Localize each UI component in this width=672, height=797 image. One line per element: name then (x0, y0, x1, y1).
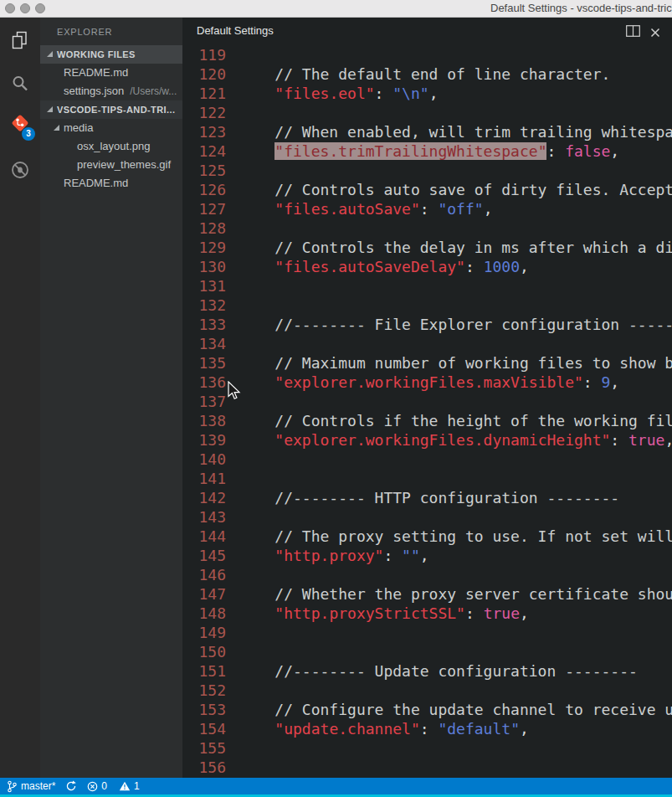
code-line[interactable]: 127 "files.autoSave": "off", (182, 199, 672, 219)
debug-activity-button[interactable] (0, 152, 40, 188)
code-text (226, 642, 239, 661)
files-icon (9, 29, 31, 51)
code-line[interactable]: 154 "update.channel": "default", (182, 719, 672, 738)
folder-section-header[interactable]: VSCODE-TIPS-AND-TRI... (40, 100, 182, 119)
code-line[interactable]: 136 "explorer.workingFiles.maxVisible": … (182, 373, 672, 392)
line-number: 120 (182, 64, 226, 84)
code-line[interactable]: 155 (182, 738, 672, 758)
code-line[interactable]: 156 (182, 758, 672, 777)
line-number: 135 (182, 353, 226, 373)
code-token: //-------- HTTP configuration -------- (239, 489, 619, 506)
close-icon (650, 28, 660, 38)
code-line[interactable]: 133 //-------- File Explorer configurati… (182, 315, 672, 334)
code-line[interactable]: 126 // Controls auto save of dirty files… (182, 180, 672, 199)
line-number: 151 (182, 661, 226, 681)
code-line[interactable]: 143 (182, 507, 672, 527)
code-line[interactable]: 122 (182, 103, 672, 122)
code-line[interactable]: 149 (182, 623, 672, 642)
chevron-expanded-icon[interactable] (54, 125, 59, 131)
code-line[interactable]: 137 (182, 392, 672, 411)
code-editor[interactable]: 119120 // The default end of line charac… (182, 45, 672, 778)
code-token: "files.autoSaveDelay" (274, 258, 465, 275)
code-line[interactable]: 130 "files.autoSaveDelay": 1000, (182, 257, 672, 276)
code-text: //-------- Update configuration -------- (226, 661, 638, 681)
code-line[interactable]: 152 (182, 681, 672, 700)
code-line[interactable]: 128 (182, 219, 672, 238)
code-token: "files.eol" (274, 85, 374, 102)
code-line[interactable]: 120 // The default end of line character… (182, 64, 672, 84)
line-number: 140 (182, 450, 226, 469)
vscode-window: { "colors": { "accent": "#007acc", "key-… (0, 0, 672, 797)
working-files-section-header[interactable]: WORKING FILES (40, 45, 182, 64)
file-path: /Users/w... (130, 82, 177, 100)
file-name: preview_themes.gif (77, 156, 171, 174)
line-number: 142 (182, 488, 226, 507)
code-line[interactable]: 125 (182, 161, 672, 180)
code-line[interactable]: 129 // Controls the delay in ms after wh… (182, 238, 672, 257)
git-branch-status[interactable]: master* (7, 780, 55, 793)
file-item[interactable]: README.md (40, 174, 182, 193)
chevron-expanded-icon[interactable] (47, 106, 53, 112)
sync-button[interactable] (65, 780, 77, 792)
code-line[interactable]: 147 // Whether the proxy server certific… (182, 584, 672, 604)
code-text: //-------- HTTP configuration -------- (226, 488, 619, 507)
file-item[interactable]: osx_layout.png (40, 137, 182, 156)
explorer-activity-button[interactable] (0, 22, 40, 59)
code-line[interactable]: 119 (182, 45, 672, 64)
line-number: 128 (182, 219, 226, 238)
code-token: : (383, 547, 402, 564)
code-line[interactable]: 142 //-------- HTTP configuration ------… (182, 488, 672, 507)
chevron-expanded-icon[interactable] (47, 51, 53, 57)
code-token: // The default end of line character. (239, 65, 610, 83)
code-line[interactable]: 151 //-------- Update configuration ----… (182, 661, 672, 681)
code-token: "files.autoSave" (274, 200, 419, 218)
code-line[interactable]: 124 "files.trimTrailingWhitespace": fals… (182, 141, 672, 161)
working-file-item[interactable]: README.md (40, 64, 182, 82)
file-item[interactable]: preview_themes.gif (40, 156, 182, 174)
code-line[interactable]: 140 (182, 450, 672, 469)
code-line[interactable]: 146 (182, 565, 672, 584)
code-line[interactable]: 134 (182, 334, 672, 353)
working-file-item[interactable]: settings.json/Users/w... (40, 82, 182, 100)
code-line[interactable]: 150 (182, 642, 672, 661)
line-number: 147 (182, 584, 226, 604)
code-token: // Controls the delay in ms after which … (239, 239, 672, 256)
code-line[interactable]: 148 "http.proxyStrictSSL": true, (182, 604, 672, 623)
line-number: 129 (182, 238, 226, 257)
code-text (226, 507, 239, 527)
maximize-window-button[interactable] (35, 3, 45, 13)
code-text (226, 738, 239, 758)
code-line[interactable]: 123 // When enabled, will trim trailing … (182, 122, 672, 141)
search-activity-button[interactable] (0, 65, 40, 102)
folder-tree: mediaosx_layout.pngpreview_themes.gifREA… (40, 119, 182, 193)
error-count: 0 (101, 780, 107, 792)
code-line[interactable]: 132 (182, 296, 672, 315)
code-token: , (520, 720, 529, 738)
line-number: 126 (182, 180, 226, 199)
code-line[interactable]: 153 // Configure the update channel to r… (182, 700, 672, 719)
code-token (239, 258, 274, 275)
close-window-button[interactable] (5, 3, 15, 13)
minimize-window-button[interactable] (20, 3, 30, 13)
code-text: // Maximum number of working files to sh… (226, 353, 672, 373)
line-number: 148 (182, 604, 226, 623)
git-activity-button[interactable]: 3 (0, 105, 40, 141)
code-line[interactable]: 121 "files.eol": "\n", (182, 84, 672, 103)
code-line[interactable]: 141 (182, 469, 672, 488)
problems-status[interactable]: 0 1 (87, 780, 147, 792)
code-token: , (420, 547, 429, 564)
folder-item[interactable]: media (40, 119, 182, 137)
split-editor-button[interactable] (626, 25, 640, 40)
code-line[interactable]: 138 // Controls if the height of the wor… (182, 411, 672, 430)
close-editor-button[interactable] (650, 26, 660, 41)
code-line[interactable]: 131 (182, 276, 672, 296)
code-line[interactable]: 145 "http.proxy": "", (182, 546, 672, 565)
workbench: 3 EXPLORER WORKING FILES README.mdsettin… (0, 17, 672, 778)
line-number: 155 (182, 738, 226, 758)
code-token: "explorer.workingFiles.dynamicHeight" (274, 431, 610, 449)
code-line[interactable]: 135 // Maximum number of working files t… (182, 353, 672, 373)
code-line[interactable]: 139 "explorer.workingFiles.dynamicHeight… (182, 430, 672, 450)
code-token: // When enabled, will trim trailing whit… (239, 123, 672, 141)
line-number: 122 (182, 103, 226, 122)
code-line[interactable]: 144 // The proxy setting to use. If not … (182, 527, 672, 546)
